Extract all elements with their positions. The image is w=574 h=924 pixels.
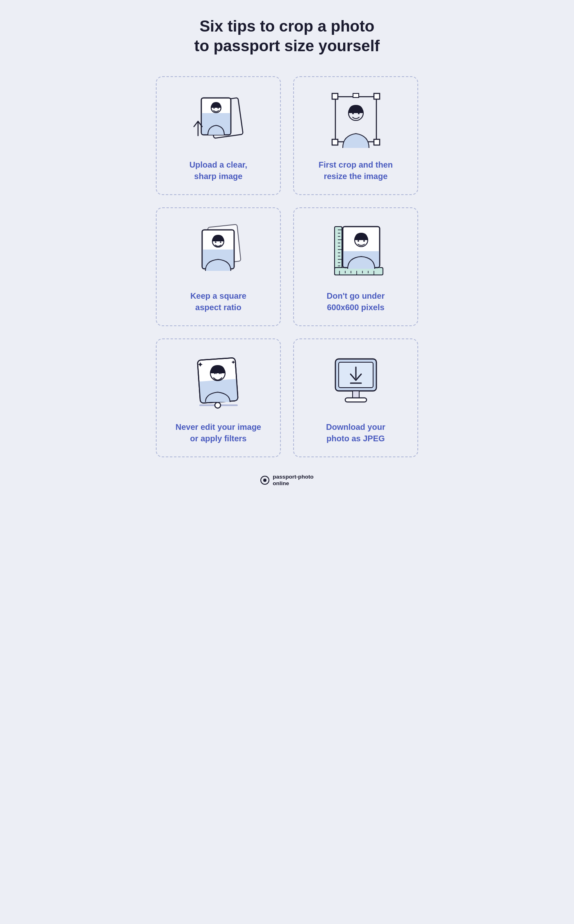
svg-text:✦: ✦ — [231, 359, 236, 366]
card-pixels-label: Don't go under 600x600 pixels — [327, 290, 385, 313]
card-upload: Upload a clear, sharp image — [156, 76, 281, 195]
card-aspect-ratio-label: Keep a square aspect ratio — [190, 290, 246, 313]
svg-point-5 — [213, 107, 214, 109]
icon-pixels — [325, 220, 387, 282]
svg-rect-11 — [332, 139, 338, 145]
card-download: Download your photo as JPEG — [293, 338, 418, 457]
card-pixels: Don't go under 600x600 pixels — [293, 207, 418, 326]
svg-text:✦: ✦ — [197, 361, 203, 369]
card-aspect-ratio: Keep a square aspect ratio — [156, 207, 281, 326]
svg-point-16 — [352, 113, 354, 114]
icon-aspect-ratio — [188, 220, 249, 282]
svg-point-24 — [220, 241, 221, 243]
svg-rect-10 — [374, 93, 380, 99]
svg-point-23 — [215, 241, 216, 243]
icon-crop-resize — [325, 89, 387, 151]
svg-point-6 — [217, 107, 219, 109]
svg-point-52 — [363, 240, 365, 242]
icon-filters: ✦ ✦ — [188, 352, 249, 413]
page-title: Six tips to crop a photo to passport siz… — [156, 16, 418, 56]
tips-grid: Upload a clear, sharp image — [156, 76, 418, 457]
svg-point-51 — [358, 240, 359, 242]
svg-rect-13 — [353, 93, 359, 98]
icon-upload — [188, 89, 249, 151]
brand-logo — [260, 476, 269, 485]
svg-rect-64 — [345, 398, 367, 402]
card-filters-label: Never edit your image or apply filters — [175, 421, 261, 444]
svg-point-17 — [358, 113, 360, 114]
card-upload-label: Upload a clear, sharp image — [189, 159, 247, 182]
card-crop-resize-label: First crop and then resize the image — [319, 159, 393, 182]
logo-dot — [263, 479, 266, 482]
svg-rect-9 — [332, 93, 338, 99]
svg-rect-12 — [374, 139, 380, 145]
brand-name: passport-photo online — [273, 474, 314, 487]
card-filters: ✦ ✦ Never edit your image or apply filte… — [156, 338, 281, 457]
footer: passport-photo online — [156, 474, 418, 487]
card-crop-resize: First crop and then resize the image — [293, 76, 418, 195]
svg-point-60 — [215, 402, 221, 408]
card-download-label: Download your photo as JPEG — [326, 421, 385, 444]
icon-download — [325, 352, 387, 413]
